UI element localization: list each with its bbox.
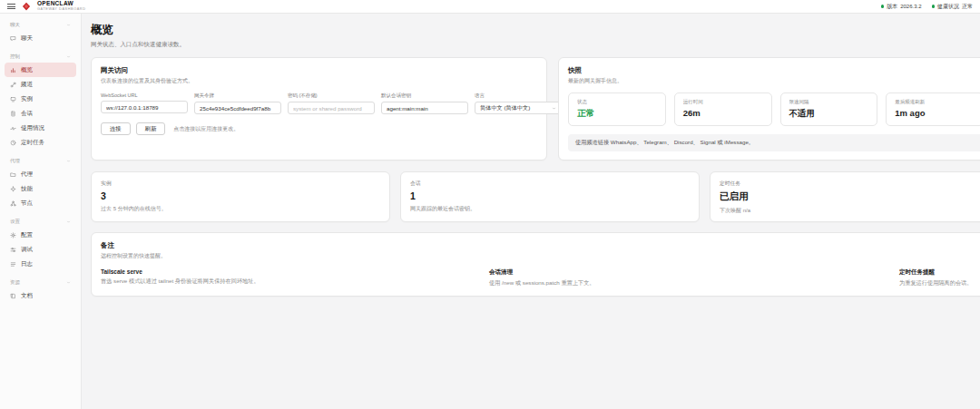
- sliders-icon: [10, 247, 16, 253]
- password-label: 密码 (不存储): [288, 93, 375, 99]
- language-selected-value: 简体中文 (简体中文): [480, 104, 530, 112]
- health-value: 正常: [962, 3, 973, 11]
- password-input[interactable]: [288, 102, 375, 114]
- ws-url-label: WebSocket URL: [101, 93, 188, 98]
- uptime-tile: 运行时间 26m: [674, 93, 772, 126]
- notes-card-subtitle: 远程控制设置的快速提醒。: [101, 252, 980, 260]
- sidebar-item-agents[interactable]: 代理: [5, 167, 76, 181]
- snapshot-card-subtitle: 最新的网关握手信息。: [568, 77, 980, 85]
- session-key-input[interactable]: [381, 102, 468, 114]
- refresh-button[interactable]: 刷新: [136, 122, 166, 135]
- connect-button[interactable]: 连接: [101, 122, 131, 135]
- note-title: 定时任务提醒: [899, 268, 980, 277]
- instances-stat-caption: 过去 5 分钟内的在线信号。: [101, 205, 380, 213]
- sidebar: 聊天 聊天 控制 概览 频道 实例 会话 使用情况: [0, 14, 82, 409]
- rate-limit-tile-label: 限速间隔: [789, 99, 869, 105]
- ws-url-input[interactable]: [101, 101, 188, 113]
- sidebar-item-label: 定时任务: [21, 139, 44, 147]
- sidebar-item-label: 实例: [21, 95, 33, 103]
- chevron-down-icon: [66, 159, 71, 163]
- last-refresh-tile-value: 1m ago: [895, 108, 975, 118]
- status-tile-value: 正常: [577, 108, 657, 120]
- health-status: 健康状况 正常: [932, 3, 974, 11]
- sessions-stat-label: 会话: [410, 180, 690, 188]
- note-text: 首选 serve 模式以通过 tailnet 身份验证将网关保持在回环地址。: [101, 278, 489, 286]
- overview-icon: [10, 67, 16, 73]
- sidebar-item-logs[interactable]: 日志: [5, 257, 76, 271]
- sidebar-group-chat-header[interactable]: 聊天: [5, 20, 76, 31]
- chevron-down-icon: [552, 106, 556, 111]
- gateway-access-card: 网关访问 仪表板连接的位置及其身份验证方式。 WebSocket URL 网关令…: [91, 57, 547, 161]
- sidebar-item-label: 聊天: [21, 34, 33, 43]
- cron-stat-label: 定时任务: [720, 180, 980, 188]
- note-text: 使用 /new 或 sessions.patch 重置上下文。: [489, 279, 899, 287]
- sidebar-item-chat[interactable]: 聊天: [5, 31, 76, 45]
- sidebar-group-settings-header[interactable]: 设置: [5, 217, 76, 228]
- sidebar-item-label: 调试: [21, 246, 33, 254]
- version-status: 版本 2026.3.2: [881, 3, 922, 11]
- clock-icon: [10, 140, 16, 146]
- group-label-text: 聊天: [10, 22, 20, 28]
- snapshot-card: 快照 最新的网关握手信息。 状态 正常 运行时间 26m 限速间隔 不适用 最后…: [558, 57, 980, 161]
- book-icon: [10, 293, 16, 299]
- sidebar-group-control: 控制 概览 频道 实例 会话 使用情况 定时任务: [5, 52, 76, 150]
- sidebar-item-debug[interactable]: 调试: [5, 242, 76, 257]
- gear-icon: [10, 232, 16, 239]
- sessions-stat-card: 会话 1 网关跟踪的最近会话密钥。: [400, 171, 700, 222]
- sidebar-item-label: 日志: [21, 260, 33, 268]
- notes-card-title: 备注: [101, 241, 980, 250]
- health-dot-icon: [932, 5, 936, 8]
- group-label-text: 代理: [10, 158, 20, 164]
- sidebar-item-overview[interactable]: 概览: [5, 63, 76, 77]
- sidebar-item-skills[interactable]: 技能: [5, 181, 76, 196]
- sidebar-item-docs[interactable]: 文档: [5, 288, 76, 303]
- sidebar-item-label: 会话: [21, 110, 33, 118]
- ws-url-field: WebSocket URL: [101, 93, 188, 114]
- version-value: 2026.3.2: [900, 4, 921, 9]
- rate-limit-tile-value: 不适用: [789, 108, 869, 120]
- sidebar-item-label: 文档: [21, 292, 33, 300]
- sidebar-item-cron[interactable]: 定时任务: [5, 135, 76, 150]
- log-lines-icon: [10, 261, 16, 268]
- sidebar-item-instances[interactable]: 实例: [5, 92, 76, 106]
- sidebar-group-control-header[interactable]: 控制: [5, 52, 76, 63]
- status-tile-label: 状态: [577, 99, 657, 105]
- sidebar-group-chat: 聊天 聊天: [5, 20, 76, 45]
- sidebar-item-usage[interactable]: 使用情况: [5, 121, 76, 135]
- file-icon: [10, 111, 16, 117]
- token-label: 网关令牌: [194, 93, 281, 99]
- session-key-label: 默认会话密钥: [381, 93, 468, 99]
- sidebar-item-label: 配置: [21, 231, 33, 239]
- note-title: Tailscale serve: [101, 268, 489, 275]
- group-label-text: 控制: [10, 54, 20, 60]
- uptime-tile-value: 26m: [683, 108, 763, 118]
- uptime-tile-label: 运行时间: [683, 99, 763, 105]
- sidebar-item-nodes[interactable]: 节点: [5, 196, 76, 210]
- sessions-stat-caption: 网关跟踪的最近会话密钥。: [410, 205, 690, 213]
- note-tailscale: Tailscale serve 首选 serve 模式以通过 tailnet 身…: [101, 268, 489, 287]
- token-input[interactable]: [194, 102, 281, 114]
- channel-link-info: 使用频道链接 WhatsApp、 Telegram、 Discord、 Sign…: [568, 134, 980, 151]
- sidebar-group-resources: 资源 文档: [5, 278, 76, 303]
- cron-stat-caption: 下次唤醒 n/a: [720, 207, 980, 215]
- health-label: 健康状况: [937, 3, 959, 11]
- sidebar-item-config[interactable]: 配置: [5, 228, 76, 242]
- sidebar-item-sessions[interactable]: 会话: [5, 106, 76, 121]
- instances-stat-card: 实例 3 过去 5 分钟内的在线信号。: [91, 171, 390, 222]
- sidebar-item-label: 使用情况: [21, 124, 44, 132]
- sidebar-item-label: 频道: [21, 81, 33, 89]
- sidebar-item-channels[interactable]: 频道: [5, 77, 76, 92]
- brand-block: OPENCLAW GATEWAY DASHBOARD: [37, 1, 86, 11]
- language-select[interactable]: 简体中文 (简体中文): [475, 102, 562, 114]
- chevron-down-icon: [66, 54, 71, 59]
- top-bar: OPENCLAW GATEWAY DASHBOARD 版本 2026.3.2 健…: [0, 0, 980, 14]
- sidebar-group-agents-header[interactable]: 代理: [5, 156, 76, 167]
- token-field: 网关令牌: [194, 93, 281, 114]
- session-key-field: 默认会话密钥: [381, 93, 468, 114]
- hamburger-menu-icon[interactable]: [7, 3, 15, 11]
- sidebar-group-settings: 设置 配置 调试 日志: [5, 217, 76, 271]
- main-content: 概览 网关状态、入口点和快速健康读数。 网关访问 仪表板连接的位置及其身份验证方…: [82, 14, 980, 409]
- chevron-down-icon: [66, 23, 71, 27]
- openclaw-logo-icon: [22, 2, 31, 11]
- sidebar-group-resources-header[interactable]: 资源: [5, 278, 76, 288]
